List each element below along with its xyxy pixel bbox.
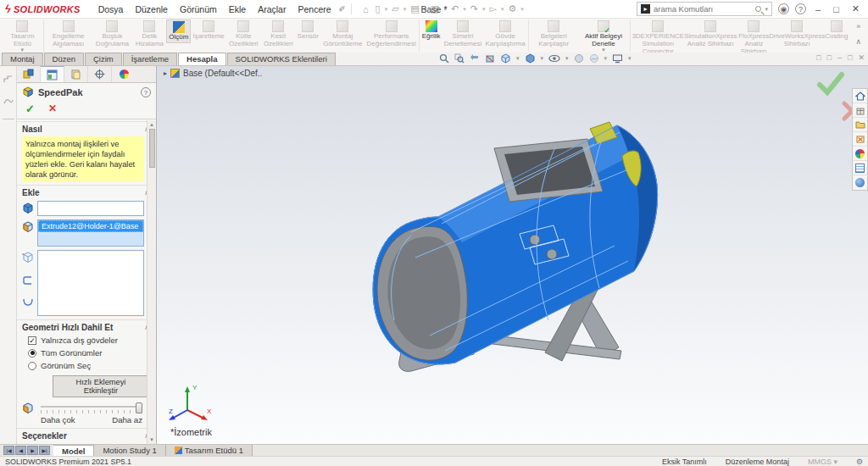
tab-motion-study-1[interactable]: Motion Study 1 (94, 445, 165, 456)
ribbon-item-govde-karsilastirma[interactable]: Gövde Karşılaştırma (484, 19, 527, 49)
ribbon-item-delik-hizalama[interactable]: Delik Hizalama (132, 19, 166, 49)
ribbon-overflow-icon[interactable]: » (856, 22, 860, 31)
breadcrumb[interactable]: ▸ Base (Default<<Def.. (164, 69, 262, 78)
file-explorer-icon[interactable] (853, 132, 867, 147)
view-settings-icon[interactable] (612, 53, 623, 64)
nav-last-button[interactable]: ▶| (39, 446, 50, 455)
apply-scene-icon[interactable] (589, 53, 599, 64)
scroll-down-icon[interactable]: ▼ (149, 435, 154, 444)
ribbon-collapse-icon[interactable]: ∧ (855, 37, 861, 46)
ribbon-item-montaj-goruntuleme[interactable]: Montaj Görüntüleme (320, 19, 365, 49)
caret-icon[interactable]: ▾ (516, 55, 520, 62)
confirmation-ok-button[interactable] (815, 69, 846, 100)
caret-icon[interactable]: ▾ (463, 6, 466, 13)
scroll-thumb[interactable] (149, 129, 155, 168)
undo-icon[interactable]: ↶ (448, 3, 461, 14)
tab-model[interactable]: Model (53, 445, 94, 456)
caret-icon[interactable]: ▾ (403, 6, 407, 13)
units-selector[interactable]: MMGS ▾ (808, 458, 837, 466)
cancel-button[interactable]: ✕ (48, 103, 57, 115)
ribbon-item-costing[interactable]: Costing (823, 19, 849, 42)
bodies-selection-box[interactable] (37, 201, 144, 216)
caret-icon[interactable]: ▾ (765, 6, 768, 13)
zoom-to-area-icon[interactable] (454, 53, 465, 64)
ribbon-item-performans-degerlendirmesi[interactable]: Performans Değerlendirmesi (365, 19, 418, 49)
previous-view-icon[interactable] (470, 53, 480, 64)
user-account-icon[interactable]: ◉ (778, 3, 789, 14)
search-input[interactable] (654, 4, 752, 14)
selected-face-item[interactable]: Extrude12@Holder-1@Base (38, 220, 143, 232)
nav-next-button[interactable]: ▶ (27, 446, 38, 455)
edit-appearance-icon[interactable] (574, 53, 584, 64)
status-options-icon[interactable]: ⚙ (856, 458, 863, 466)
menu-pencere[interactable]: Pencere (292, 3, 337, 16)
doc-new-window-icon[interactable]: □ (827, 53, 832, 62)
all-views-option[interactable]: Tüm Görünümler (17, 347, 156, 359)
menu-duzenle[interactable]: Düzenle (129, 3, 174, 16)
tab-cizim[interactable]: Çizim (85, 53, 122, 65)
remove-ghost-graphics-option[interactable]: Hayalet grafikleri çıkar (17, 442, 156, 444)
menu-ekle[interactable]: Ekle (223, 3, 252, 16)
tab-featuremanager[interactable] (17, 66, 41, 82)
detail-slider[interactable] (41, 402, 142, 414)
close-button[interactable]: ✕ (849, 3, 863, 14)
new-document-icon[interactable]: ▯ (373, 3, 383, 14)
options-gear-icon[interactable]: ⚙ (505, 3, 519, 14)
caret-icon[interactable]: ▾ (604, 55, 608, 62)
pin-menu-icon[interactable]: ✐ (339, 4, 346, 14)
tab-solidworks-eklentileri[interactable]: SOLIDWORKS Eklentileri (227, 53, 336, 65)
ribbon-item-simetri-denetlemesi[interactable]: Simetri Denetlemesi (442, 19, 483, 49)
select-tool-icon[interactable]: ▻ (487, 3, 498, 14)
home-icon[interactable] (853, 89, 867, 103)
ribbon-item-tasarim-etudu[interactable]: Tasarım Etüdü ▾ (3, 19, 42, 53)
minimize-button[interactable]: – (812, 4, 824, 14)
faces-selection-box[interactable]: Extrude12@Holder-1@Base (37, 219, 144, 247)
checkbox-checked[interactable]: ✓ (28, 336, 36, 345)
nav-first-button[interactable]: |◀ (3, 446, 14, 455)
appearances-scenes-icon[interactable] (853, 147, 867, 161)
tab-montaj[interactable]: Montaj (2, 53, 43, 65)
select-view-option[interactable]: Görünüm Seç (17, 359, 156, 372)
panel-scrollbar[interactable]: ▲ ▼ (147, 120, 156, 444)
model-3d[interactable] (157, 66, 868, 444)
doc-maximize-icon[interactable]: □ (848, 53, 852, 62)
ribbon-item-simulationxpress[interactable]: SimulationXpress Analiz Sihirbazı (684, 19, 737, 49)
ribbon-item-3dexperience-simulation-connector[interactable]: 3DEXPERIENCE Simulation Connector (632, 19, 684, 57)
menu-gorunum[interactable]: Görünüm (174, 3, 223, 16)
caret-icon[interactable]: ▾ (565, 55, 569, 62)
menu-dosya[interactable]: Dosya (92, 3, 130, 16)
tab-displaymanager[interactable] (112, 66, 136, 82)
tab-tasarim-etudu-1[interactable]: Tasarım Etüdü 1 (166, 445, 253, 456)
ribbon-item-kesit-ozellikleri[interactable]: Kesit Özellikleri (261, 19, 296, 49)
design-library-icon[interactable] (853, 118, 867, 132)
3dexperience-marketplace-icon[interactable] (853, 103, 867, 118)
hide-show-items-icon[interactable] (548, 53, 560, 64)
refs-selection-box[interactable] (37, 250, 144, 316)
tab-hesapla[interactable]: Hesapla (178, 53, 225, 65)
ribbon-item-isaretleme[interactable]: İşaretleme (191, 19, 225, 42)
ribbon-item-aktif-belgeyi-denetle[interactable]: Aktif Belgeyi Denetle▾ (578, 19, 630, 53)
ribbon-item-belgeleri-karsilastir[interactable]: Belgeleri Karşılaştır (530, 19, 578, 49)
caret-icon[interactable]: ▾ (482, 6, 486, 13)
ribbon-item-floxpress[interactable]: FloXpress Analiz Sihirbazı (737, 19, 771, 57)
ok-button[interactable]: ✓ (25, 103, 35, 115)
custom-properties-icon[interactable] (853, 161, 867, 175)
radio-unselected[interactable] (28, 362, 36, 370)
doc-minimize-icon[interactable]: – (837, 53, 842, 62)
ribbon-item-driveworksxpress[interactable]: DriveWorksXpress Sihirbazı (771, 19, 823, 49)
caret-icon[interactable]: ▾ (520, 6, 524, 13)
save-icon[interactable]: ▤ (408, 3, 421, 14)
help-icon[interactable]: ? (795, 3, 806, 14)
ribbon-item-egrilik[interactable]: Eğrilik (420, 19, 442, 42)
slider-handle[interactable] (136, 402, 142, 413)
solidworks-forum-icon[interactable] (853, 175, 867, 190)
tab-configurationmanager[interactable] (64, 66, 88, 82)
scroll-up-icon[interactable]: ▲ (149, 120, 154, 129)
zoom-to-fit-icon[interactable] (439, 53, 449, 64)
caret-icon[interactable]: ▾ (501, 6, 504, 13)
section-view-icon[interactable] (485, 53, 495, 64)
ribbon-item-olcum[interactable]: Ölçüm (166, 19, 191, 43)
section-options[interactable]: Seçenekler ∧ (17, 428, 156, 442)
menu-araclar[interactable]: Araçlar (252, 3, 292, 16)
caret-icon[interactable]: ▾ (424, 6, 427, 13)
